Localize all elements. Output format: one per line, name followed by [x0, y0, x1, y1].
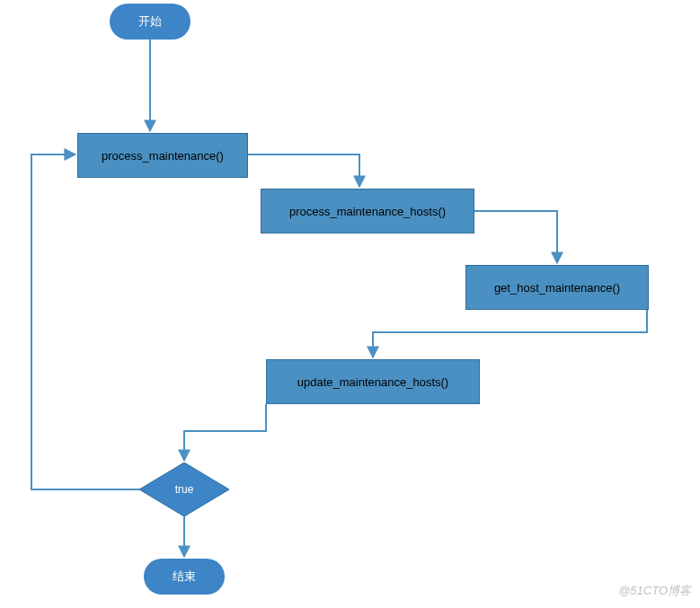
update-maintenance-hosts-label: update_maintenance_hosts() [297, 375, 448, 389]
process-maintenance-label: process_maintenance() [102, 149, 224, 163]
update-maintenance-hosts-node: update_maintenance_hosts() [266, 359, 480, 404]
process-maintenance-hosts-node: process_maintenance_hosts() [261, 189, 474, 234]
start-node: 开始 [110, 4, 191, 40]
process-maintenance-hosts-label: process_maintenance_hosts() [289, 205, 446, 218]
watermark: @51CTO博客 [618, 583, 691, 599]
end-label: 结束 [173, 568, 196, 585]
process-maintenance-node: process_maintenance() [77, 133, 248, 178]
decision-node: true [139, 463, 229, 516]
start-label: 开始 [138, 13, 162, 30]
get-host-maintenance-label: get_host_maintenance() [494, 281, 620, 295]
end-node: 结束 [144, 559, 225, 595]
get-host-maintenance-node: get_host_maintenance() [465, 265, 649, 310]
decision-label: true [139, 463, 229, 516]
